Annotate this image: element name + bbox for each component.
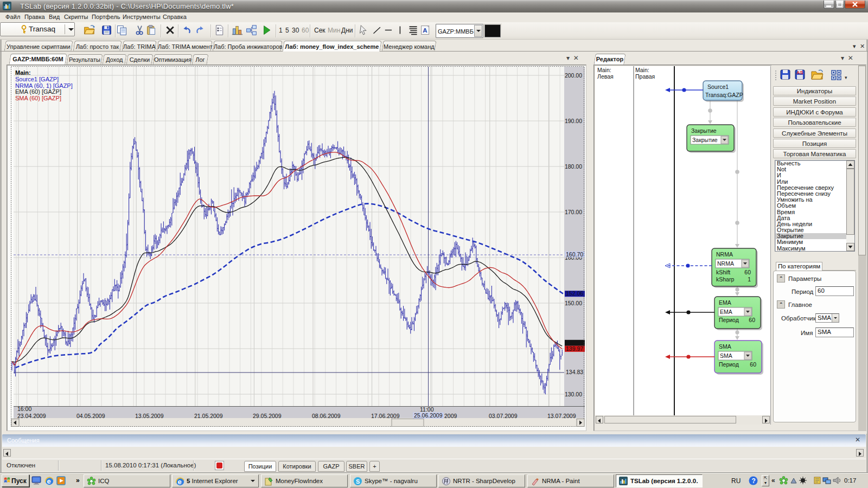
svg-text:EMA (60) [GAZP]: EMA (60) [GAZP] [15,88,61,95]
svg-text:03.07.2009: 03.07.2009 [489,413,518,419]
svg-text:60: 60 [744,269,751,275]
svg-text:152.06: 152.06 [566,290,583,297]
svg-text:Период: Период [719,317,739,323]
svg-text:25.06.2009: 25.06.2009 [414,412,443,419]
svg-text:150.00: 150.00 [565,300,582,306]
svg-text:60: 60 [750,361,756,368]
svg-text:Правая: Правая [635,73,655,80]
svg-text:139.97: 139.97 [566,345,583,352]
svg-text:60: 60 [749,317,755,323]
svg-text:EMA: EMA [719,299,731,306]
svg-text:Период: Период [719,361,739,368]
svg-text:Закрытие: Закрытие [692,137,718,143]
svg-text:200.00: 200.00 [565,72,582,79]
svg-text:Закрытие: Закрытие [691,127,717,134]
svg-text:130.00: 130.00 [565,391,582,397]
svg-text:Main:: Main: [597,67,611,73]
svg-text:S: S [356,478,360,485]
svg-text:Source1: Source1 [707,84,729,90]
svg-text:Левая: Левая [597,73,614,80]
svg-text:17.06.2009: 17.06.2009 [371,413,400,419]
svg-text:Main:: Main: [635,67,649,73]
svg-text:23.04.2009: 23.04.2009 [17,413,46,419]
svg-text:Transaq:GAZP: Transaq:GAZP [705,92,743,98]
svg-text:SMA (60) [GAZP]: SMA (60) [GAZP] [15,95,61,101]
svg-text:134.83: 134.83 [566,369,583,375]
svg-text:08.06.2009: 08.06.2009 [312,413,341,419]
svg-text:AS: AS [796,70,803,75]
svg-text:SMA: SMA [719,343,731,350]
svg-text:13.07.2009: 13.07.2009 [547,413,576,419]
svg-text:1: 1 [748,276,751,282]
svg-text:kShift: kShift [716,269,730,275]
svg-text:NRMA: NRMA [717,260,734,267]
svg-text:160.70: 160.70 [566,251,583,258]
svg-text:kSharp: kSharp [716,276,734,282]
svg-text:NRMA: NRMA [716,251,733,258]
svg-text:21.05.2009: 21.05.2009 [194,413,223,419]
svg-text:SMA: SMA [720,352,732,359]
svg-text:04.05.2009: 04.05.2009 [76,413,105,419]
svg-text:Source1 [GAZP]: Source1 [GAZP] [15,76,59,82]
svg-text:A: A [423,27,427,34]
svg-text:?: ? [752,477,756,485]
svg-text:EMA: EMA [720,309,732,315]
svg-text:180.00: 180.00 [565,163,582,170]
svg-text:190.00: 190.00 [565,118,582,124]
svg-text:Main:: Main: [15,69,31,76]
svg-text:11:00: 11:00 [420,406,434,413]
svg-text:16:00: 16:00 [17,406,31,412]
svg-text:170.00: 170.00 [565,209,582,215]
svg-text:29.05.2009: 29.05.2009 [253,413,282,419]
svg-text:13.05.2009: 13.05.2009 [135,413,164,419]
svg-text:NRMA (60, 1) [GAZP]: NRMA (60, 1) [GAZP] [15,82,73,89]
svg-text:2009: 2009 [444,413,457,419]
